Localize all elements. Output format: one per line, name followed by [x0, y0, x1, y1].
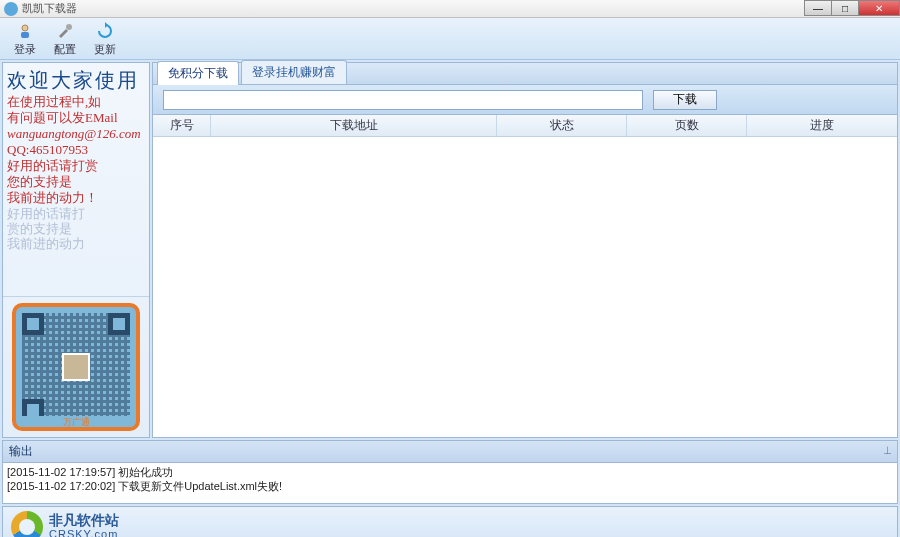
tab-bar: 免积分下载 登录挂机赚财富 — [153, 63, 897, 85]
col-status[interactable]: 状态 — [497, 115, 627, 136]
url-input[interactable] — [163, 90, 643, 110]
svg-point-2 — [66, 24, 72, 30]
grid-body[interactable] — [153, 137, 897, 437]
window-controls: — □ ✕ — [805, 0, 900, 16]
welcome-ghost: 我前进的动力 — [7, 236, 145, 251]
col-index[interactable]: 序号 — [153, 115, 211, 136]
welcome-ghost: 赏的支持是 — [7, 221, 145, 236]
minimize-button[interactable]: — — [804, 0, 832, 16]
logo-icon — [11, 511, 43, 537]
qr-code: 万广通 — [12, 303, 140, 431]
download-button[interactable]: 下载 — [653, 90, 717, 110]
output-section: 输出 ⟂ [2015-11-02 17:19:57] 初始化成功 [2015-1… — [2, 440, 898, 504]
login-button[interactable]: 登录 — [6, 19, 44, 59]
welcome-text: 好用的话请打赏 — [7, 158, 145, 174]
app-icon — [4, 2, 18, 16]
login-label: 登录 — [14, 42, 36, 57]
welcome-text: 您的支持是 — [7, 174, 145, 190]
footer-site-url: CRSKY.com — [49, 527, 119, 537]
pin-icon[interactable]: ⟂ — [884, 443, 891, 460]
footer: 非凡软件站 CRSKY.com — [2, 506, 898, 537]
welcome-email: wanguangtong@126.com — [7, 126, 145, 142]
update-button[interactable]: 更新 — [86, 19, 124, 59]
qr-panel: 万广通 — [3, 297, 149, 437]
config-label: 配置 — [54, 42, 76, 57]
col-progress[interactable]: 进度 — [747, 115, 897, 136]
qr-label: 万广通 — [16, 416, 136, 429]
output-log[interactable]: [2015-11-02 17:19:57] 初始化成功 [2015-11-02 … — [2, 462, 898, 504]
sidebar: 欢迎大家使用 在使用过程中,如 有问题可以发EMail wanguangtong… — [2, 62, 150, 438]
refresh-icon — [95, 21, 115, 41]
col-url[interactable]: 下载地址 — [211, 115, 497, 136]
maximize-button[interactable]: □ — [831, 0, 859, 16]
config-button[interactable]: 配置 — [46, 19, 84, 59]
tools-icon — [55, 21, 75, 41]
titlebar: 凯凯下载器 — □ ✕ — [0, 0, 900, 18]
url-bar: 下载 — [153, 85, 897, 115]
toolbar: 登录 配置 更新 — [0, 18, 900, 60]
svg-point-0 — [22, 25, 28, 31]
log-line: [2015-11-02 17:19:57] 初始化成功 — [7, 465, 893, 479]
footer-logo: 非凡软件站 CRSKY.com — [11, 511, 119, 537]
window-title: 凯凯下载器 — [22, 1, 77, 16]
close-button[interactable]: ✕ — [858, 0, 900, 16]
grid-header: 序号 下载地址 状态 页数 进度 — [153, 115, 897, 137]
svg-rect-1 — [21, 32, 29, 38]
update-label: 更新 — [94, 42, 116, 57]
welcome-text: 在使用过程中,如 — [7, 94, 145, 110]
welcome-text: 我前进的动力！ — [7, 190, 145, 206]
main-panel: 免积分下载 登录挂机赚财富 下载 序号 下载地址 状态 页数 进度 — [152, 62, 898, 438]
welcome-ghost: 好用的话请打 — [7, 206, 145, 221]
col-pages[interactable]: 页数 — [627, 115, 747, 136]
log-line: [2015-11-02 17:20:02] 下载更新文件UpdateList.x… — [7, 479, 893, 493]
output-header: 输出 ⟂ — [2, 440, 898, 462]
user-icon — [15, 21, 35, 41]
footer-site-name: 非凡软件站 — [49, 513, 119, 527]
download-grid: 序号 下载地址 状态 页数 进度 — [153, 115, 897, 437]
tab-earn[interactable]: 登录挂机赚财富 — [241, 60, 347, 84]
tab-free-download[interactable]: 免积分下载 — [157, 61, 239, 85]
welcome-panel: 欢迎大家使用 在使用过程中,如 有问题可以发EMail wanguangtong… — [3, 63, 149, 297]
output-title: 输出 — [9, 443, 33, 460]
welcome-qq: QQ:465107953 — [7, 142, 145, 158]
welcome-title: 欢迎大家使用 — [7, 67, 145, 94]
welcome-text: 有问题可以发EMail — [7, 110, 145, 126]
